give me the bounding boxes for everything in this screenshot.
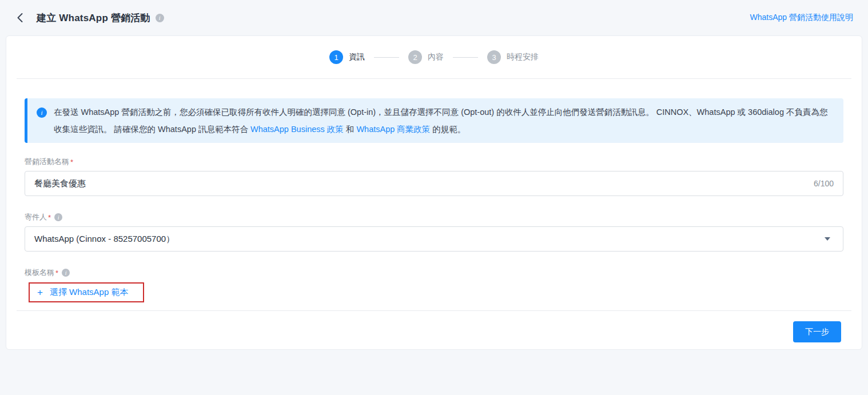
template-label-text: 模板名稱 — [25, 268, 54, 278]
sender-select[interactable]: WhatsApp (Cinnox - 85257005700） — [25, 226, 843, 252]
step-connector — [453, 57, 478, 58]
required-mark: * — [55, 269, 58, 277]
step-2-label: 內容 — [428, 52, 444, 62]
plus-icon: + — [37, 288, 43, 297]
card-footer: 下一步 — [6, 311, 862, 342]
info-icon: i — [37, 107, 47, 118]
step-3-circle: 3 — [487, 50, 501, 64]
next-step-button[interactable]: 下一步 — [793, 321, 841, 342]
step-3-label: 時程安排 — [507, 52, 539, 62]
step-schedule: 3 時程安排 — [487, 50, 539, 64]
template-label: 模板名稱* i — [25, 268, 843, 278]
campaign-name-label: 營銷活動名稱* — [25, 157, 843, 167]
title-info-icon[interactable]: i — [156, 14, 164, 22]
whatsapp-commerce-policy-link[interactable]: WhatsApp 商業政策 — [356, 125, 430, 134]
notice-text-part2: 和 — [344, 125, 357, 134]
stepper-divider — [17, 78, 851, 79]
template-info-icon[interactable]: i — [62, 269, 70, 277]
sender-label-text: 寄件人 — [25, 212, 47, 222]
help-link[interactable]: WhatsApp 營銷活動使用說明 — [750, 13, 853, 23]
select-template-label: 選擇 WhatsApp 範本 — [50, 287, 129, 298]
step-connector — [374, 57, 399, 58]
red-annotation-box: + 選擇 WhatsApp 範本 — [29, 282, 144, 302]
optin-notice-banner: i 在發送 WhatsApp 營銷活動之前，您必須確保已取得所有收件人明確的選擇… — [25, 98, 843, 143]
notice-text: 在發送 WhatsApp 營銷活動之前，您必須確保已取得所有收件人明確的選擇同意… — [54, 103, 832, 138]
form-body: i 在發送 WhatsApp 營銷活動之前，您必須確保已取得所有收件人明確的選擇… — [6, 98, 862, 302]
step-2-circle: 2 — [408, 50, 422, 64]
notice-text-part3: 的規範。 — [430, 125, 465, 134]
select-whatsapp-template-button[interactable]: + 選擇 WhatsApp 範本 — [30, 284, 143, 301]
sender-info-icon[interactable]: i — [54, 213, 62, 221]
step-1-label: 資訊 — [349, 52, 365, 62]
back-icon[interactable] — [15, 13, 25, 23]
step-content: 2 內容 — [408, 50, 444, 64]
sender-select-value: WhatsApp (Cinnox - 85257005700） — [34, 234, 825, 245]
sender-label: 寄件人* i — [25, 212, 843, 222]
chevron-left-icon — [17, 13, 23, 23]
required-mark: * — [48, 213, 51, 222]
campaign-form-card: 1 資訊 2 內容 3 時程安排 i 在發送 WhatsApp 營銷活動之前，您… — [6, 35, 862, 350]
page-title: 建立 WhatsApp 營銷活動 — [37, 11, 150, 25]
step-info: 1 資訊 — [329, 50, 365, 64]
page-header: 建立 WhatsApp 營銷活動 i WhatsApp 營銷活動使用說明 — [0, 0, 868, 35]
campaign-name-label-text: 營銷活動名稱 — [25, 157, 69, 167]
step-1-circle: 1 — [329, 50, 343, 64]
required-mark: * — [70, 158, 73, 166]
char-counter: 6/100 — [814, 179, 834, 188]
campaign-name-input[interactable] — [34, 179, 814, 189]
campaign-name-input-row: 6/100 — [25, 171, 843, 196]
stepper: 1 資訊 2 內容 3 時程安排 — [6, 36, 862, 78]
whatsapp-business-policy-link[interactable]: WhatsApp Business 政策 — [250, 125, 344, 134]
caret-down-icon — [825, 237, 830, 241]
